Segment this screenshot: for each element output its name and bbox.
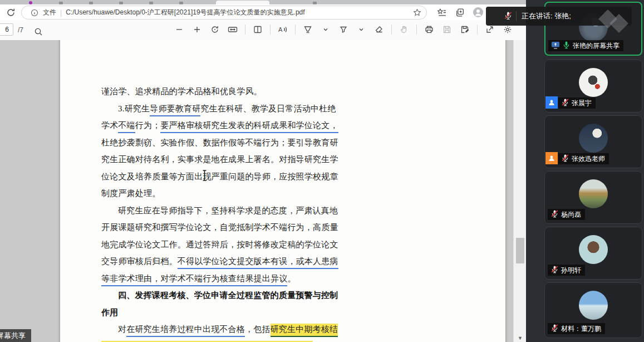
save-as-icon[interactable]	[458, 22, 472, 37]
participant-name-bar: 孙明轩	[548, 265, 585, 276]
underlined-text: 要严格审核研究生发表的科研成果和学位论文，	[160, 120, 338, 133]
address-divider: |	[60, 9, 62, 17]
document-line: 谨治学、追求精品的学术品格和优良学风。	[101, 86, 262, 98]
participant-name-bar: 杨尚磊	[548, 209, 585, 220]
toolbar-divider	[391, 25, 392, 35]
page-view-icon[interactable]	[250, 22, 265, 37]
pdf-viewer[interactable]: 谨治学、追求精品的学术品格和优良学风。3.研究生导师要教育研究生在科研、教学及日…	[0, 40, 526, 342]
profile-avatar-icon[interactable]	[472, 6, 484, 18]
participant-name-bar: 张晨宇	[558, 97, 596, 109]
collections-icon[interactable]	[454, 6, 466, 18]
document-text: 交导师审核后归档。	[101, 256, 178, 268]
rotate-icon[interactable]	[208, 22, 222, 37]
info-icon[interactable]	[28, 7, 41, 19]
participant-tile[interactable]: 张效迅老师	[544, 115, 642, 168]
document-text: 开展课题研究和撰写学位论文，自觉抵制学术不端行为，高质量	[101, 222, 338, 234]
document-line: 对在研究生培养过程中出现不合格，包括研究生中期考核结	[118, 324, 338, 337]
underlined-text: 等非学术理由，对学术不端行为核查结果提出异议	[101, 273, 287, 286]
pdf-toolbar: 6 /7 A	[0, 20, 526, 41]
highlighted-text: 研究生中期考核结	[271, 324, 338, 337]
document-text: 四、发挥课程考核、学位申请全过程监管的质量预警与控制	[118, 290, 338, 302]
svg-text:A: A	[278, 26, 283, 33]
document-text: 谨治学、追求精品的学术品格和优良学风。	[101, 86, 262, 98]
zoom-out-icon[interactable]	[172, 22, 186, 37]
document-text: 行为；	[135, 120, 161, 132]
document-line: 开展课题研究和撰写学位论文，自觉抵制学术不端行为，高质量	[101, 222, 338, 234]
scrollbar-thumb[interactable]	[516, 238, 524, 263]
participant-name: 张效迅老师	[572, 154, 605, 164]
document-text: 究生在科研、教学及日常活动中杜绝	[200, 103, 336, 115]
toolbar-divider	[416, 25, 417, 35]
document-text: 研究生应在导师指导下，坚持科学求是的态度，严肃认真地	[118, 205, 338, 217]
participant-name-bar: 张艳的屏幕共享	[548, 40, 623, 51]
document-text: 地完成学位论文工作。通过答辩后，按时将修改定稿的学位论文	[101, 239, 338, 251]
document-text: 位论文及培养质量等方面出现严重问题的导师，应按照学校规章	[101, 171, 338, 183]
participant-tile[interactable]: 孙明轩	[544, 227, 642, 280]
participant-name-bar: 张效迅老师	[558, 153, 609, 164]
hand-icon	[397, 22, 411, 37]
scroll-down-icon[interactable]: ▼	[514, 335, 526, 341]
zoom-in-icon[interactable]	[190, 22, 204, 37]
toolbar-divider	[295, 25, 296, 35]
document-text: 。	[287, 273, 296, 285]
document-line: 交导师审核后归档。不得以学位论文提交版本有误，或本人患病	[101, 256, 338, 269]
favorite-star-icon[interactable]	[411, 7, 423, 19]
document-line: 3.研究生导师要教育研究生在科研、教学及日常活动中杜绝	[118, 103, 336, 116]
document-line: 地完成学位论文工作。通过答辩后，按时将修改定稿的学位论文	[101, 239, 338, 251]
page-total-label: /7	[18, 26, 23, 34]
underlined-text: 不得以学位论文提交版本有误，或本人患病	[178, 256, 338, 269]
address-scheme-label: 文件	[43, 8, 56, 17]
participant-tile[interactable]: 张晨宇	[544, 60, 642, 113]
mic-on-icon	[562, 41, 571, 51]
document-line: 究生正确对待名利，实事求是地在成果上署名。对指导研究生学	[101, 154, 338, 166]
document-line: 作用	[101, 307, 118, 319]
participant-name: 张艳的屏幕共享	[573, 41, 620, 51]
reload-icon[interactable]	[4, 6, 17, 18]
participant-avatar	[579, 179, 608, 208]
document-line: 研究生应在导师指导下，坚持科学求是的态度，严肃认真地	[118, 205, 338, 217]
erase-icon[interactable]	[372, 22, 386, 37]
toolbar-divider	[245, 25, 245, 35]
role-badge-icon	[545, 96, 558, 109]
address-bar[interactable]: 文件 | C:/Users/huawe/Desktop/0-沪工程研[2021]…	[21, 6, 427, 19]
participant-tile[interactable]: 杨尚磊	[544, 171, 642, 224]
meeting-sidebar: 张艳的屏幕共享张晨宇张效迅老师杨尚磊孙明轩材料：董万鹏	[526, 0, 644, 342]
fit-width-icon[interactable]	[225, 22, 240, 37]
document-text: 学术	[101, 120, 118, 132]
browser-tab-strip[interactable]	[0, 0, 526, 4]
text-cursor	[202, 170, 207, 183]
active-tab[interactable]	[216, 1, 269, 4]
read-aloud-icon[interactable]: A	[276, 22, 290, 37]
mic-muted-icon	[550, 324, 559, 334]
participant-tile[interactable]: 材料：董万鹏	[544, 282, 642, 338]
pdf-page: 谨治学、追求精品的学术品格和优良学风。3.研究生导师要教育研究生在科研、教学及日…	[60, 40, 505, 342]
mic-muted-icon	[504, 11, 513, 22]
document-text: 对	[118, 324, 126, 336]
print-icon[interactable]	[422, 22, 436, 37]
page-number-input[interactable]: 6	[0, 23, 13, 36]
mic-muted-icon	[561, 98, 569, 108]
document-line: 等非学术理由，对学术不端行为核查结果提出异议。	[101, 273, 296, 286]
underlined-text: 不端	[118, 120, 135, 133]
browser-window: 文件 | C:/Users/huawe/Desktop/0-沪工程研[2021]…	[0, 0, 526, 342]
highlight-icon[interactable]	[301, 22, 315, 37]
underlined-text: 在研究生培养过程中出现不合格	[126, 324, 245, 337]
speaking-toast-text: 正在讲话: 张艳;	[522, 11, 571, 21]
draw-icon[interactable]	[336, 22, 351, 37]
participant-avatar	[579, 235, 608, 264]
document-text: 制度严肃处理。	[101, 188, 160, 200]
participant-name: 材料：董万鹏	[561, 324, 601, 334]
scrollbar[interactable]: ▼	[513, 40, 526, 342]
chevron-down-icon[interactable]	[354, 22, 368, 37]
address-url[interactable]: C:/Users/huawe/Desktop/0-沪工程研[2021]19号提高…	[66, 8, 411, 17]
mic-muted-icon	[561, 154, 569, 164]
document-text: 究生正确对待名利，实事求是地在成果上署名。对指导研究生学	[101, 154, 338, 166]
underlined-text: 导师要教育研	[150, 103, 200, 116]
chevron-down-icon[interactable]	[318, 22, 333, 37]
search-icon[interactable]	[31, 25, 46, 39]
participant-name: 孙明轩	[561, 266, 581, 275]
document-line: 四、发挥课程考核、学位申请全过程监管的质量预警与控制	[118, 290, 338, 302]
toolbar-divider	[270, 25, 271, 35]
favorites-bar-icon[interactable]	[435, 6, 448, 18]
document-text: 作用	[101, 307, 118, 319]
